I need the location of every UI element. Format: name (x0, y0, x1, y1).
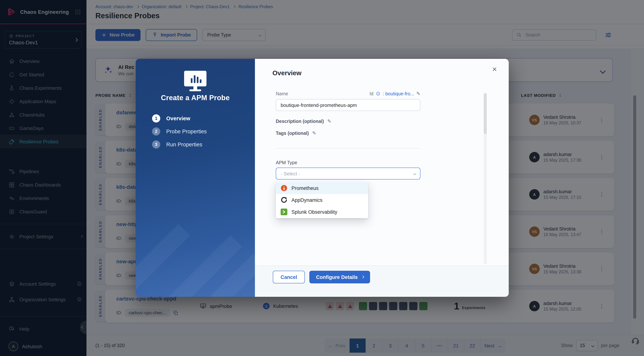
edit-id-icon[interactable]: ✎ (416, 91, 420, 96)
description-label: Description (optional) (276, 119, 324, 124)
close-button[interactable] (490, 65, 499, 74)
modal-right-panel: Overview Name Id : boutique-fro... ✎ Des… (255, 59, 509, 297)
modal-scrollbar-thumb[interactable] (484, 93, 487, 134)
step-run-properties[interactable]: 3 Run Properties (152, 140, 207, 149)
splunk-icon (281, 209, 287, 215)
modal-scrollbar-track (484, 93, 487, 264)
modal-step-heading: Overview (272, 69, 302, 77)
close-icon (492, 66, 498, 72)
modal-left-panel: Create a APM Probe 1 Overview 2 Probe Pr… (136, 59, 255, 297)
step-probe-properties[interactable]: 2 Probe Properties (152, 127, 207, 136)
info-icon (376, 91, 380, 96)
configure-details-button[interactable]: Configure Details (309, 271, 370, 283)
apm-type-select[interactable]: - Select - (276, 168, 420, 179)
apm-type-label: APM Type (276, 160, 297, 165)
harness-watermark (136, 174, 255, 297)
name-label: Name (276, 91, 288, 96)
chevron-right-icon (361, 276, 364, 279)
prometheus-icon (281, 185, 287, 191)
option-prometheus[interactable]: Prometheus (276, 182, 368, 194)
tags-label: Tags (optional) (276, 130, 309, 136)
app-root: Chaos Engineering PROJECT Chaos-Dev1 Ove… (0, 0, 644, 356)
modal-footer: Cancel Configure Details (255, 266, 509, 297)
edit-tags-icon[interactable]: ✎ (312, 130, 316, 136)
option-splunk-observability[interactable]: Splunk Observability (276, 206, 368, 218)
id-label: Id (370, 91, 374, 96)
divider (276, 148, 420, 149)
appdynamics-icon (281, 197, 287, 203)
probe-name-input[interactable] (276, 99, 420, 111)
wizard-steps: 1 Overview 2 Probe Properties 3 Run Prop… (152, 114, 207, 149)
cancel-button[interactable]: Cancel (273, 271, 305, 283)
apm-monitor-icon (182, 70, 209, 92)
step-overview[interactable]: 1 Overview (152, 114, 207, 122)
create-apm-probe-modal: Create a APM Probe 1 Overview 2 Probe Pr… (136, 59, 509, 297)
probe-id-value: : boutique-fro... (383, 91, 414, 96)
chevron-down-icon (413, 172, 416, 175)
apm-type-dropdown: Prometheus AppDynamics (276, 182, 368, 218)
modal-title: Create a APM Probe (136, 94, 255, 102)
edit-description-icon[interactable]: ✎ (327, 118, 331, 124)
option-appdynamics[interactable]: AppDynamics (276, 194, 368, 206)
